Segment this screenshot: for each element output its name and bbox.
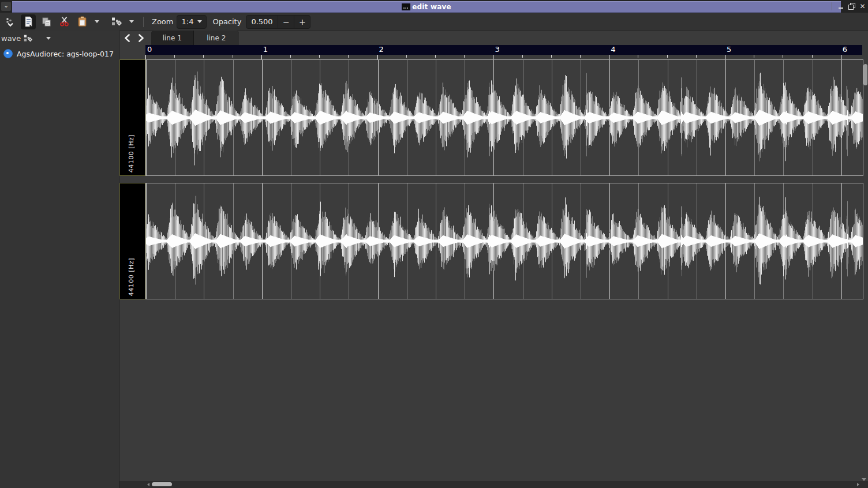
tab-line-2-label: line 2 [207,34,226,42]
zoom-label: Zoom [152,17,173,26]
waveform-canvas-1[interactable] [146,60,863,175]
minimize-icon [839,7,843,9]
zoom-dropdown[interactable]: 1:4 [177,15,207,29]
ruler-number: 0 [147,45,152,54]
ruler-tick [522,55,523,58]
ruler-tick [319,55,320,58]
tool-extra-dropdown[interactable] [91,15,103,29]
ruler-number: 4 [611,45,615,54]
chevron-down-icon [95,20,99,23]
tab-back-button[interactable] [122,32,132,44]
opacity-label: Opacity [212,17,241,26]
cut-tool-button[interactable] [57,14,72,29]
window-menu-button[interactable]: ⌄ [1,2,11,11]
machine-selector-button[interactable] [109,14,124,29]
waveform-view-1[interactable] [145,59,863,176]
tab-line-1[interactable]: line 1 [151,31,193,45]
ruler-tick [406,55,407,58]
chevron-right-icon [138,34,144,42]
ruler-number: 6 [843,45,847,54]
ruler-tick [145,55,146,59]
edit-tool-button[interactable] [21,14,36,29]
machine-grid-gear-icon [111,17,122,27]
machine-radio-row[interactable]: AgsAudiorec: ags-loop-017 [0,46,119,59]
sidebar-dropdown[interactable] [43,31,54,45]
waveform-view-2[interactable] [145,183,863,299]
ruler-tick [609,55,609,59]
zoom-value: 1:4 [181,17,193,26]
titlebar-strip[interactable]: edit wave [12,1,841,13]
ruler-number: 1 [263,45,268,54]
app-icon [402,3,410,10]
ruler-tick [261,55,262,59]
toolbar-separator [143,17,144,27]
opacity-spinner: 0.500 − + [246,15,310,29]
opacity-value-field[interactable]: 0.500 [246,16,278,28]
ruler-tick [551,55,552,58]
time-ruler[interactable]: 0123456 [145,45,862,55]
machine-grid-gear-icon [24,34,33,43]
paste-clipboard-icon [77,16,87,27]
tab-line-2[interactable]: line 2 [193,31,239,45]
machine-radio-label: AgsAudiorec: ags-loop-017 [17,50,114,58]
ruler-tick [783,55,783,58]
close-button[interactable]: ✕ [858,2,867,11]
samplerate-label-box-2: 44100 [Hz] [119,183,145,299]
vertical-scrollbar-thumb[interactable] [863,64,867,85]
chevron-left-icon [124,34,130,42]
ruler-ticks [145,55,862,59]
ruler-tick [464,55,465,58]
samplerate-label-2: 44100 [Hz] [128,258,135,296]
tab-line-1-label: line 1 [163,34,182,42]
chevron-down-icon [129,20,134,23]
ruler-number: 5 [727,45,731,54]
maximize-icon [848,3,855,10]
ruler-tick [377,55,378,59]
ruler-tick [638,55,638,58]
horizontal-scrollbar[interactable] [119,481,868,488]
machine-radio-selected[interactable] [3,49,13,58]
copy-tool-button[interactable] [39,14,54,29]
paste-tool-button[interactable] [74,14,89,29]
horizontal-scrollbar-thumb[interactable] [152,482,172,486]
toolbar: Zoom 1:4 Opacity 0.500 − + [0,13,868,31]
sidebar-title: wave [1,34,21,43]
sidebar-header: wave [0,31,119,46]
ruler-tick [754,55,754,58]
line-tabbar: line 1 line 2 [151,31,239,45]
wave-sidebar: wave AgsAudiorec: ags-loop-017 [0,31,119,488]
ruler-number: 2 [379,45,384,54]
ruler-number: 3 [495,45,499,54]
machine-dropdown[interactable] [126,15,137,29]
titlebar: ⌄ edit wave ✕ [0,0,868,13]
position-cursor-icon [5,17,16,27]
ruler-tick [435,55,436,58]
ruler-tick [696,55,697,58]
edit-document-icon [23,16,33,27]
samplerate-label-box-1: 44100 [Hz] [119,59,145,176]
copy-icon [41,17,52,27]
ruler-tick [725,55,725,59]
scroll-right-arrow[interactable] [857,483,859,486]
vertical-scrollbar[interactable] [863,61,867,480]
samplerate-label-1: 44100 [Hz] [128,134,135,172]
ruler-tick [174,55,175,58]
opacity-increase-button[interactable]: + [294,16,310,28]
cut-scissors-icon [59,16,69,27]
scroll-left-arrow[interactable] [147,483,149,486]
opacity-decrease-button[interactable]: − [278,16,294,28]
controls-separator [832,2,832,10]
ruler-tick [580,55,581,58]
edit-wave-window: ⌄ edit wave ✕ [0,0,868,488]
position-tool-button[interactable] [3,14,18,29]
waveform-canvas-2[interactable] [146,183,863,299]
maximize-button[interactable] [847,2,856,11]
ruler-tick [667,55,668,58]
chevron-down-icon [46,37,51,40]
ruler-tick [203,55,204,58]
ruler-tick [290,55,291,58]
ruler-tick [812,55,813,58]
minimize-button[interactable] [836,2,845,11]
tab-forward-button[interactable] [136,32,146,44]
ruler-tick [233,55,233,58]
